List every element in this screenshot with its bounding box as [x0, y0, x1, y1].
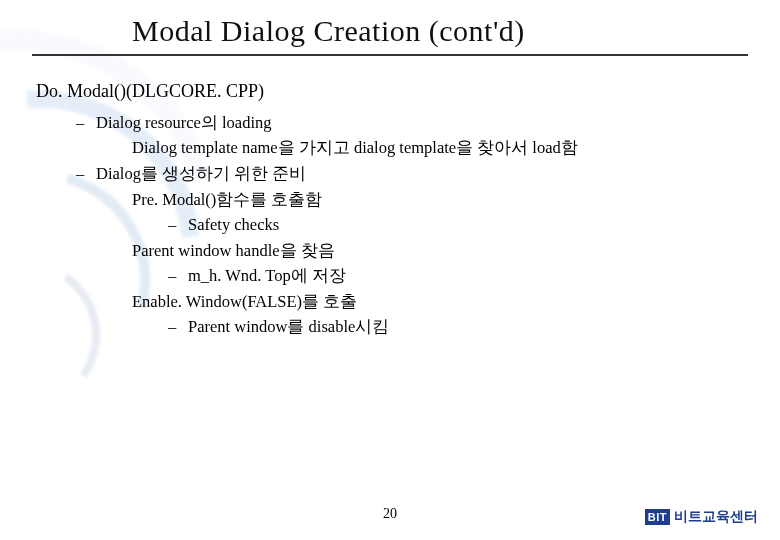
bullet-level-3: – Parent window를 disable시킴 [132, 314, 389, 340]
dash-icon: – [168, 314, 188, 340]
dash-icon: – [76, 161, 96, 340]
logo-text: 비트교육센터 [674, 508, 758, 526]
bullet-text: Safety checks [188, 212, 279, 238]
bullet-text: Dialog를 생성하기 위한 준비 [96, 164, 306, 183]
slide: Modal Dialog Creation (cont'd) Do. Modal… [0, 0, 780, 540]
list-item: – Dialog를 생성하기 위한 준비 Pre. Modal()함수를 호출함… [76, 161, 748, 340]
footer-logo: BIT 비트교육센터 [645, 508, 758, 526]
bullet-text: Dialog template name을 가지고 dialog templat… [132, 138, 578, 157]
bullet-level-2: Pre. Modal()함수를 호출함 – Safety checks [96, 187, 389, 238]
bullet-text: Parent window handle을 찾음 [132, 241, 335, 260]
slide-body: Do. Modal()(DLGCORE. CPP) – Dialog resou… [32, 78, 748, 340]
section-heading: Do. Modal()(DLGCORE. CPP) [36, 78, 748, 106]
slide-title: Modal Dialog Creation (cont'd) [32, 14, 748, 48]
dash-icon: – [168, 212, 188, 238]
title-underline [32, 54, 748, 56]
list-item: – Dialog resource의 loading Dialog templa… [76, 110, 748, 161]
bullet-level-2: Dialog template name을 가지고 dialog templat… [96, 135, 578, 161]
bullet-text: Pre. Modal()함수를 호출함 [132, 190, 322, 209]
logo-badge: BIT [645, 509, 670, 525]
bullet-text: m_h. Wnd. Top에 저장 [188, 263, 346, 289]
dash-icon: – [168, 263, 188, 289]
bullet-level-1: – Dialog resource의 loading Dialog templa… [36, 110, 748, 340]
dash-icon: – [76, 110, 96, 161]
bullet-text: Parent window를 disable시킴 [188, 314, 389, 340]
bullet-level-2: Enable. Window(FALSE)를 호출 – Parent windo… [96, 289, 389, 340]
bullet-level-3: – Safety checks [132, 212, 389, 238]
bullet-text: Dialog resource의 loading [96, 113, 272, 132]
bullet-level-2: Parent window handle을 찾음 – m_h. Wnd. Top… [96, 238, 389, 289]
bullet-level-3: – m_h. Wnd. Top에 저장 [132, 263, 389, 289]
bullet-text: Enable. Window(FALSE)를 호출 [132, 292, 357, 311]
